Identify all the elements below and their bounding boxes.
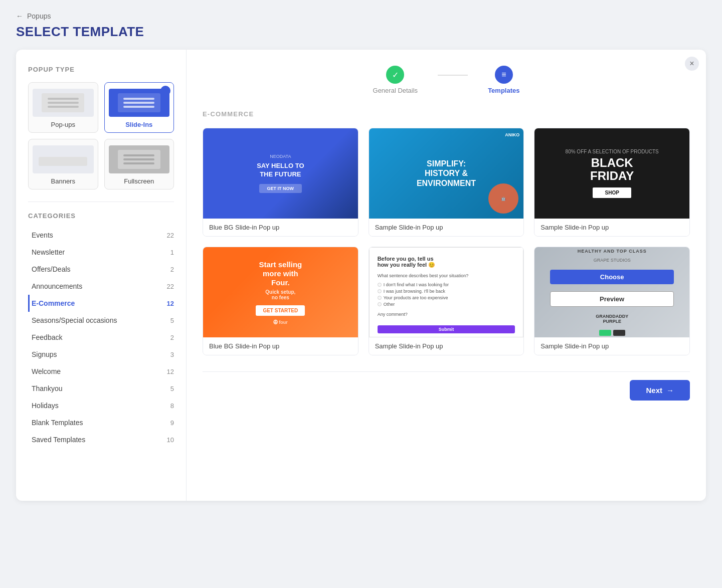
fullscreen-label: Fullscreen [109, 177, 170, 185]
next-label: Next [646, 386, 662, 395]
template-4-name: Blue BG Slide-in Pop up [203, 337, 358, 355]
category-feedback[interactable]: Feedback 2 [28, 329, 174, 346]
step2-circle: ≡ [495, 66, 513, 84]
template-4-preview-button[interactable]: Preview [282, 283, 326, 299]
step2-label: Templates [488, 87, 519, 94]
banners-label: Banners [33, 177, 94, 185]
close-button[interactable]: × [685, 57, 699, 71]
type-fullscreen[interactable]: Fullscreen [104, 139, 174, 189]
category-announcements-label: Announcements [32, 282, 82, 290]
template-1-preview-button[interactable]: Preview [282, 164, 326, 180]
template-5-choose-button[interactable]: Choose [401, 284, 443, 298]
category-events[interactable]: Events 22 [28, 227, 174, 244]
sidebar: POPUP TYPE Pop-ups ✓ [16, 50, 187, 501]
category-thankyou-label: Thankyou [32, 384, 62, 393]
template-6[interactable]: HEALTHY AND TOP CLASS GRAPE STUDIOS Choo… [534, 247, 690, 355]
category-offers-label: Offers/Deals [32, 265, 71, 273]
category-holidays-label: Holidays [32, 402, 59, 410]
fullscreen-icon [109, 145, 170, 173]
category-signups-label: Signups [32, 350, 57, 358]
category-offers[interactable]: Offers/Deals 2 [28, 261, 174, 278]
step-general-details: ✓ General Details [373, 66, 418, 94]
step1-label: General Details [373, 87, 418, 94]
step-connector [438, 75, 468, 76]
step-templates: ≡ Templates [488, 66, 519, 94]
category-signups-count: 3 [170, 351, 174, 358]
category-list: Events 22 Newsletter 1 Offers/Deals 2 An… [28, 227, 174, 448]
template-6-name: Sample Slide-in Pop up [534, 337, 689, 355]
category-feedback-label: Feedback [32, 333, 62, 341]
category-welcome-count: 12 [167, 368, 174, 375]
breadcrumb[interactable]: ← Popups [16, 12, 706, 20]
categories-label: CATEGORIES [28, 212, 174, 220]
template-6-choose-button[interactable]: Choose [567, 284, 609, 298]
popups-icon [33, 89, 94, 117]
category-thankyou[interactable]: Thankyou 5 [28, 380, 174, 397]
banners-icon [33, 145, 94, 173]
category-signups[interactable]: Signups 3 [28, 346, 174, 363]
template-1[interactable]: NEODATA SAY HELLO TOTHE FUTURE GET IT NO… [203, 128, 358, 237]
category-newsletter-label: Newsletter [32, 248, 65, 256]
category-newsletter-count: 1 [170, 249, 174, 256]
template-3[interactable]: 80% OFF A SELECTION OF PRODUCTS BLACKFRI… [534, 128, 690, 237]
back-arrow-icon: ← [16, 12, 23, 20]
category-thankyou-count: 5 [170, 385, 174, 393]
steps-row: ✓ General Details ≡ Templates [203, 66, 690, 94]
template-5[interactable]: Before you go, tell ushow you really fee… [369, 247, 524, 355]
category-seasons-label: Seasons/Special occasions [32, 316, 117, 324]
type-slideins[interactable]: ✓ Slide-Ins [104, 82, 174, 133]
category-blank-label: Blank Templates [32, 419, 83, 427]
template-2-name: Sample Slide-in Pop up [369, 219, 524, 236]
template-4-choose-button[interactable]: Choose [235, 284, 277, 298]
template-4[interactable]: Start sellingmore withFour. Quick setup,… [203, 247, 358, 355]
category-holidays-count: 8 [170, 402, 174, 410]
category-ecommerce[interactable]: E-Commerce 12 [28, 295, 174, 312]
template-5-name: Sample Slide-in Pop up [369, 337, 524, 355]
divider [28, 202, 174, 202]
category-welcome[interactable]: Welcome 12 [28, 363, 174, 380]
template-6-preview-button[interactable]: Preview [614, 283, 657, 299]
next-arrow-icon: → [666, 386, 674, 395]
category-feedback-count: 2 [170, 334, 174, 341]
category-saved[interactable]: Saved Templates 10 [28, 431, 174, 448]
category-saved-label: Saved Templates [32, 436, 85, 444]
main-content: × ✓ General Details ≡ Templates E-COMMER… [187, 50, 706, 501]
category-holidays[interactable]: Holidays 8 [28, 397, 174, 414]
bottom-bar: Next → [203, 371, 690, 401]
template-3-preview-button[interactable]: Preview [614, 164, 657, 180]
template-3-name: Sample Slide-in Pop up [534, 219, 689, 236]
page-title: SELECT TEMPLATE [16, 24, 706, 40]
step1-circle: ✓ [386, 66, 404, 84]
category-saved-count: 10 [167, 436, 174, 444]
category-newsletter[interactable]: Newsletter 1 [28, 244, 174, 261]
category-announcements[interactable]: Announcements 22 [28, 278, 174, 295]
template-3-choose-button[interactable]: Choose [567, 165, 609, 179]
section-heading: E-COMMERCE [203, 110, 690, 118]
template-1-name: Blue BG Slide-in Pop up [203, 219, 358, 236]
category-announcements-count: 22 [167, 283, 174, 290]
category-welcome-label: Welcome [32, 367, 61, 375]
category-seasons-count: 5 [170, 317, 174, 324]
category-offers-count: 2 [170, 266, 174, 273]
category-ecommerce-count: 12 [167, 300, 174, 307]
next-button[interactable]: Next → [630, 380, 690, 401]
template-1-choose-button[interactable]: Choose [235, 165, 277, 179]
category-events-count: 22 [167, 232, 174, 239]
category-events-label: Events [32, 231, 53, 239]
category-blank-count: 9 [170, 419, 174, 427]
template-2[interactable]: ANIKO SIMPLIFY:HISTORY &ENVIRONMENT 🤖 Ch… [369, 128, 524, 237]
slideins-label: Slide-Ins [109, 121, 170, 128]
type-banners[interactable]: Banners [28, 139, 98, 189]
category-ecommerce-label: E-Commerce [32, 299, 75, 307]
template-5-preview-button[interactable]: Preview [448, 283, 491, 299]
type-popups[interactable]: Pop-ups [28, 82, 98, 133]
category-seasons[interactable]: Seasons/Special occasions 5 [28, 312, 174, 329]
templates-grid: NEODATA SAY HELLO TOTHE FUTURE GET IT NO… [203, 128, 690, 355]
popup-type-grid: Pop-ups ✓ Slide-Ins [28, 82, 174, 189]
popup-type-label: POPUP TYPE [28, 66, 174, 73]
popups-label: Pop-ups [33, 121, 94, 128]
slideins-icon [109, 89, 170, 117]
breadcrumb-label: Popups [27, 12, 51, 20]
category-blank[interactable]: Blank Templates 9 [28, 414, 174, 431]
